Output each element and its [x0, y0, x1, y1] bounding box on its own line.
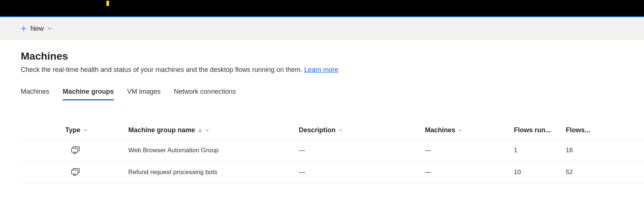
- subtitle-text: Check the real-time health and status of…: [21, 66, 304, 73]
- plus-icon: [21, 26, 27, 31]
- col-flows-running[interactable]: Flows run...: [514, 126, 566, 134]
- col-description[interactable]: Description: [299, 126, 425, 134]
- col-machines[interactable]: Machines: [425, 126, 514, 134]
- svg-rect-4: [72, 148, 78, 152]
- cell-name: Web Browser Automation Group: [128, 147, 299, 154]
- page-subtitle: Check the real-time health and status of…: [21, 66, 644, 74]
- cell-machines: —: [425, 147, 514, 154]
- cell-flows-queued: 52: [566, 169, 618, 176]
- chevron-down-icon: [338, 128, 343, 132]
- chevron-down-icon: [458, 128, 462, 132]
- tab-machines[interactable]: Machines: [21, 88, 49, 100]
- highlight-marker: [106, 1, 109, 6]
- machine-group-icon: [71, 168, 80, 176]
- learn-more-link[interactable]: Learn more: [304, 66, 338, 73]
- window-titlebar: [0, 0, 644, 16]
- col-flows-queued[interactable]: Flows...: [566, 126, 618, 134]
- machine-groups-table: Type Machine group name Description Mach…: [21, 123, 644, 183]
- chevron-down-icon: [83, 128, 87, 132]
- command-bar: New: [0, 16, 644, 40]
- svg-rect-8: [72, 170, 78, 174]
- page-title: Machines: [21, 50, 644, 62]
- cell-flows-queued: 18: [566, 147, 618, 154]
- cell-flows-running: 1: [514, 147, 566, 154]
- cell-flows-running: 10: [514, 169, 566, 176]
- cell-name: Refund request processing bots: [128, 169, 299, 176]
- cell-machines: —: [425, 169, 514, 176]
- table-row[interactable]: Refund request processing bots — — 10 52: [21, 162, 644, 183]
- chevron-down-icon: [47, 26, 52, 31]
- machine-group-icon: [71, 146, 80, 154]
- col-name[interactable]: Machine group name: [128, 126, 299, 134]
- arrow-down-icon: [198, 128, 202, 133]
- chevron-down-icon: [205, 128, 209, 132]
- tab-strip: Machines Machine groups VM images Networ…: [21, 88, 644, 100]
- table-header: Type Machine group name Description Mach…: [21, 123, 644, 140]
- tab-vm-images[interactable]: VM images: [127, 88, 161, 100]
- cell-description: —: [299, 169, 425, 176]
- col-type[interactable]: Type: [65, 126, 128, 134]
- new-button-label: New: [30, 25, 44, 33]
- cell-description: —: [299, 147, 425, 154]
- tab-network-connections[interactable]: Network connections: [174, 88, 236, 100]
- tab-machine-groups[interactable]: Machine groups: [63, 88, 114, 100]
- new-button[interactable]: New: [21, 25, 52, 33]
- table-row[interactable]: Web Browser Automation Group — — 1 18: [21, 140, 644, 162]
